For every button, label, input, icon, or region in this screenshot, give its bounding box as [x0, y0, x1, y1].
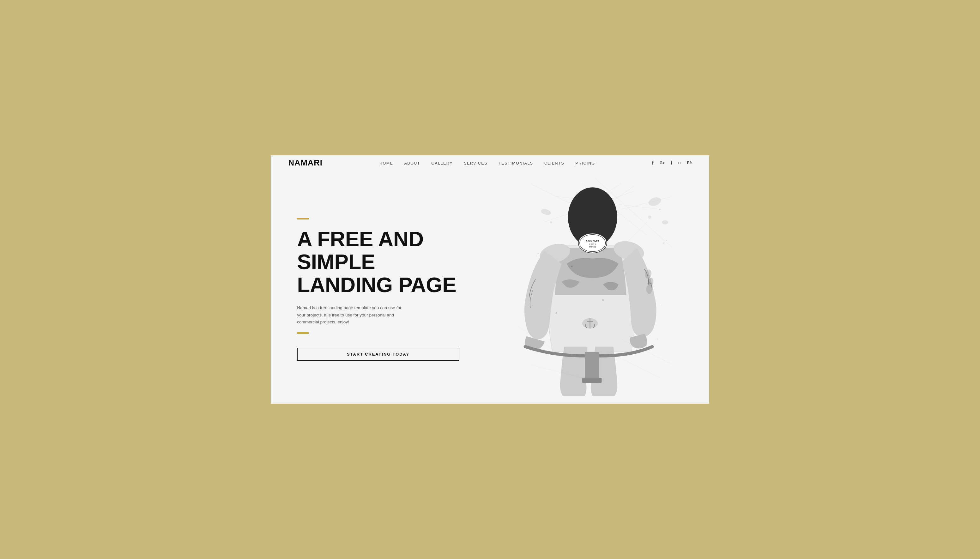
- nav-item-pricing[interactable]: PRICING: [575, 161, 595, 165]
- behance-icon[interactable]: Bê: [687, 161, 692, 165]
- svg-point-41: [666, 240, 667, 241]
- hero-title: A FREE AND SIMPLE LANDING PAGE: [297, 228, 459, 296]
- nav-item-clients[interactable]: CLIENTS: [545, 161, 564, 165]
- hero-section: A FREE AND SIMPLE LANDING PAGE Namari is…: [271, 170, 709, 404]
- svg-point-38: [538, 253, 539, 254]
- main-nav: HOMEABOUTGALLERYSERVICESTESTIMONIALSCLIE…: [379, 160, 595, 166]
- svg-point-11: [662, 220, 669, 225]
- svg-point-39: [536, 256, 537, 256]
- svg-point-45: [660, 305, 660, 306]
- svg-text:★ EST ★: ★ EST ★: [589, 243, 596, 245]
- svg-point-42: [540, 352, 541, 352]
- page-frame: NAMARI HOMEABOUTGALLERYSERVICESTESTIMONI…: [269, 154, 711, 406]
- svg-point-13: [659, 209, 661, 210]
- svg-point-33: [556, 313, 557, 314]
- header: NAMARI HOMEABOUTGALLERYSERVICESTESTIMONI…: [271, 155, 709, 171]
- svg-point-44: [533, 305, 533, 306]
- social-icons: f G+ t □ Bê: [652, 160, 692, 165]
- accent-bar-bottom: [297, 332, 309, 334]
- svg-text:ROCK RIVER: ROCK RIVER: [586, 240, 599, 243]
- svg-point-10: [647, 196, 662, 207]
- nav-item-services[interactable]: SERVICES: [464, 161, 487, 165]
- svg-point-15: [550, 222, 552, 223]
- cta-button[interactable]: START CREATING TODAY: [297, 348, 459, 361]
- svg-point-43: [657, 339, 658, 339]
- svg-point-32: [602, 299, 604, 301]
- svg-point-12: [648, 216, 651, 219]
- svg-line-7: [621, 197, 673, 209]
- accent-bar-top: [297, 218, 309, 220]
- nav-item-about[interactable]: ABOUT: [404, 161, 420, 165]
- logo[interactable]: NAMARI: [288, 158, 323, 167]
- svg-point-14: [540, 208, 551, 216]
- svg-point-31: [571, 266, 573, 267]
- instagram-icon[interactable]: □: [678, 160, 681, 165]
- svg-point-40: [663, 243, 664, 244]
- nav-item-gallery[interactable]: GALLERY: [431, 161, 453, 165]
- hero-illustration: ROCK RIVER ★ EST ★ TATTOO: [481, 170, 709, 404]
- hero-right: ROCK RIVER ★ EST ★ TATTOO: [481, 170, 709, 404]
- google-plus-icon[interactable]: G+: [660, 161, 665, 165]
- nav-item-testimonials[interactable]: TESTIMONIALS: [498, 161, 533, 165]
- facebook-icon[interactable]: f: [652, 160, 654, 165]
- hero-left: A FREE AND SIMPLE LANDING PAGE Namari is…: [271, 170, 481, 404]
- hero-description: Namari is a free landing page template y…: [297, 304, 404, 326]
- twitter-icon[interactable]: t: [671, 160, 672, 165]
- nav-item-home[interactable]: HOME: [379, 161, 393, 165]
- svg-text:TATTOO: TATTOO: [589, 246, 596, 248]
- svg-rect-30: [582, 378, 602, 383]
